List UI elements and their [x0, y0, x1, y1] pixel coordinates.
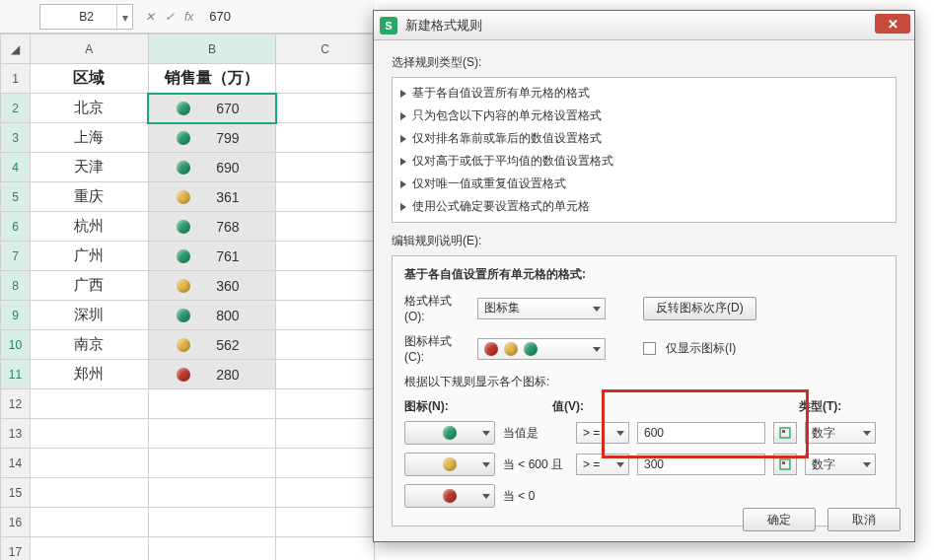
cancel-icon[interactable]: ✕: [145, 10, 155, 24]
cell[interactable]: [276, 64, 375, 94]
row-header[interactable]: 5: [1, 182, 31, 212]
reverse-order-button[interactable]: 反转图标次序(D): [643, 297, 756, 320]
operator-combo[interactable]: > =: [576, 454, 629, 475]
rule-type-item[interactable]: 使用公式确定要设置格式的单元格: [393, 195, 896, 218]
row-header[interactable]: 6: [1, 212, 31, 242]
cell-value[interactable]: 800: [148, 301, 276, 330]
operator-combo[interactable]: > =: [576, 422, 629, 444]
icon-style-combo[interactable]: [477, 338, 606, 360]
value-input[interactable]: 300: [637, 454, 765, 475]
type-combo[interactable]: 数字: [805, 454, 876, 475]
cell[interactable]: 区域: [30, 64, 148, 94]
row-header[interactable]: 12: [1, 389, 31, 419]
name-box-dropdown[interactable]: ▾: [116, 5, 132, 31]
cell[interactable]: [276, 182, 375, 212]
cell[interactable]: [276, 301, 375, 330]
rule-type-item[interactable]: 基于各自值设置所有单元格的格式: [393, 82, 896, 105]
icon-picker[interactable]: [404, 453, 495, 476]
cell[interactable]: [276, 123, 375, 153]
only-icon-checkbox[interactable]: [643, 342, 656, 355]
col-header-B[interactable]: B: [148, 35, 276, 64]
formula-input[interactable]: 670: [209, 9, 231, 24]
row-header[interactable]: 9: [1, 301, 31, 330]
cell[interactable]: [30, 508, 148, 537]
ok-button[interactable]: 确定: [743, 508, 816, 531]
cell[interactable]: [276, 389, 375, 419]
cell-region[interactable]: 深圳: [30, 301, 148, 330]
cell-region[interactable]: 广西: [30, 271, 148, 301]
icon-picker[interactable]: [404, 421, 495, 445]
cell-region[interactable]: 重庆: [30, 182, 148, 212]
cell[interactable]: [148, 537, 276, 561]
cell[interactable]: [276, 537, 375, 561]
cell[interactable]: [276, 449, 375, 478]
row-header[interactable]: 3: [1, 123, 31, 153]
row-header[interactable]: 4: [1, 153, 31, 182]
row-header[interactable]: 17: [1, 537, 31, 561]
select-all-corner[interactable]: ◢: [1, 35, 31, 64]
range-ref-button[interactable]: [773, 454, 797, 475]
cell[interactable]: [30, 449, 148, 478]
close-button[interactable]: ✕: [875, 14, 910, 34]
cell-value[interactable]: 670: [148, 94, 276, 123]
col-header-A[interactable]: A: [30, 35, 148, 64]
cell[interactable]: [276, 508, 375, 537]
cell-region[interactable]: 南京: [30, 330, 148, 360]
value-input[interactable]: 600: [637, 422, 765, 444]
rule-type-item[interactable]: 仅对唯一值或重复值设置格式: [393, 173, 896, 195]
confirm-icon[interactable]: ✓: [165, 10, 175, 24]
cell[interactable]: [148, 389, 276, 419]
cell-value[interactable]: 361: [148, 182, 276, 212]
cell-region[interactable]: 上海: [30, 123, 148, 153]
cell-region[interactable]: 郑州: [30, 360, 148, 389]
row-header[interactable]: 7: [1, 242, 31, 271]
cell-value[interactable]: 360: [148, 271, 276, 301]
format-style-combo[interactable]: 图标集: [477, 298, 606, 319]
row-header[interactable]: 1: [1, 64, 31, 94]
cell[interactable]: [148, 478, 276, 508]
range-ref-button[interactable]: [773, 422, 797, 444]
row-header[interactable]: 10: [1, 330, 31, 360]
cell-region[interactable]: 广州: [30, 242, 148, 271]
cell[interactable]: [148, 508, 276, 537]
row-header[interactable]: 2: [1, 94, 31, 123]
row-header[interactable]: 16: [1, 508, 31, 537]
type-combo[interactable]: 数字: [805, 422, 876, 444]
cell[interactable]: [276, 478, 375, 508]
row-header[interactable]: 13: [1, 419, 31, 449]
cell[interactable]: [276, 212, 375, 242]
row-header[interactable]: 14: [1, 449, 31, 478]
cell-region[interactable]: 天津: [30, 153, 148, 182]
rule-type-item[interactable]: 仅对高于或低于平均值的数值设置格式: [393, 150, 896, 173]
cell-value[interactable]: 761: [148, 242, 276, 271]
cell-value[interactable]: 799: [148, 123, 276, 153]
cell-region[interactable]: 杭州: [30, 212, 148, 242]
cell[interactable]: [276, 153, 375, 182]
row-header[interactable]: 11: [1, 360, 31, 389]
rule-type-item[interactable]: 仅对排名靠前或靠后的数值设置格式: [393, 127, 896, 150]
dialog-titlebar[interactable]: S 新建格式规则 ✕: [374, 11, 914, 40]
cell-region[interactable]: 北京: [30, 94, 148, 123]
cell[interactable]: [276, 360, 375, 389]
cell[interactable]: [148, 419, 276, 449]
row-header[interactable]: 8: [1, 271, 31, 301]
rule-type-list[interactable]: 基于各自值设置所有单元格的格式只为包含以下内容的单元格设置格式仅对排名靠前或靠后…: [392, 77, 897, 223]
fx-icon[interactable]: fx: [184, 10, 193, 24]
cell[interactable]: [276, 419, 375, 449]
cell[interactable]: 销售量（万）: [148, 64, 276, 94]
icon-picker[interactable]: [404, 484, 495, 508]
col-header-C[interactable]: C: [276, 35, 375, 64]
row-header[interactable]: 15: [1, 478, 31, 508]
cell[interactable]: [30, 419, 148, 449]
cancel-button[interactable]: 取消: [827, 508, 900, 531]
rule-type-item[interactable]: 只为包含以下内容的单元格设置格式: [393, 105, 896, 127]
cell-value[interactable]: 562: [148, 330, 276, 360]
cell[interactable]: [30, 389, 148, 419]
cell-value[interactable]: 280: [148, 360, 276, 389]
cell[interactable]: [30, 478, 148, 508]
cell[interactable]: [276, 242, 375, 271]
cell[interactable]: [30, 537, 148, 561]
cell-value[interactable]: 768: [148, 212, 276, 242]
cell-value[interactable]: 690: [148, 153, 276, 182]
cell[interactable]: [276, 271, 375, 301]
